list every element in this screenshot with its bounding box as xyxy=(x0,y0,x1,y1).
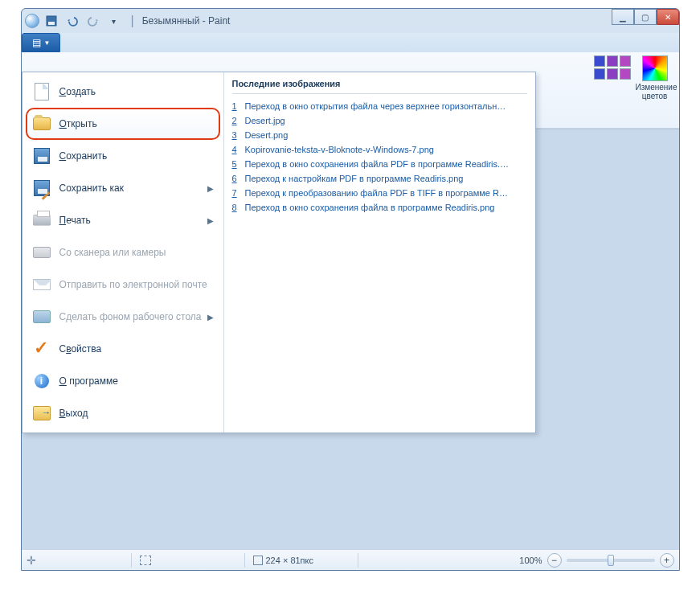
qat-save-button[interactable] xyxy=(43,12,60,30)
recent-item[interactable]: 3Desert.png xyxy=(232,128,527,142)
zoom-slider-thumb[interactable] xyxy=(608,555,614,566)
file-menu-item-label: Сохранить xyxy=(59,150,108,162)
file-menu-saveas[interactable]: Сохранить как▶ xyxy=(26,172,220,204)
recent-item-label: Переход к преобразованию файла PDF в TIF… xyxy=(245,188,510,198)
image-size-cell: 224 × 81пкс xyxy=(253,556,350,565)
folder-icon xyxy=(32,114,51,133)
submenu-arrow-icon: ▶ xyxy=(207,313,214,322)
minimize-button[interactable]: ▁ xyxy=(612,9,634,25)
recent-item-label: Desert.jpg xyxy=(245,116,285,125)
file-menu-save[interactable]: Сохранить xyxy=(26,140,220,172)
cursor-position-cell: ✛ xyxy=(27,554,123,567)
file-menu-item-label: Создать xyxy=(59,86,96,97)
titlebar: ▾ | Безымянный - Paint ▁ ▢ ✕ xyxy=(22,9,679,33)
file-menu-item-label: Свойства xyxy=(59,343,102,355)
ribbon-body: Изменение цветов СоздатьОткрытьСохранить… xyxy=(22,52,679,128)
window-title: Безымянный - Paint xyxy=(142,15,231,27)
recent-item-label: Kopirovanie-teksta-v-Bloknote-v-Windows-… xyxy=(245,145,434,154)
file-menu-item-label: Выход xyxy=(59,408,88,419)
file-menu-about[interactable]: iО программе xyxy=(26,365,220,397)
file-menu-item-label: Отправить по электронной почте xyxy=(59,279,207,290)
file-menu-open[interactable]: Открыть xyxy=(26,108,220,140)
color-swatch[interactable] xyxy=(607,68,618,80)
recent-item[interactable]: 7Переход к преобразованию файла PDF в TI… xyxy=(232,186,527,200)
exit-icon xyxy=(32,404,51,423)
recent-item-number: 6 xyxy=(232,174,240,183)
submenu-arrow-icon: ▶ xyxy=(207,184,214,193)
recent-item-label: Переход в окно открытия файла через верх… xyxy=(245,101,510,111)
recent-item-label: Desert.png xyxy=(245,130,289,140)
file-menu-item-label: Со сканера или камеры xyxy=(59,247,166,258)
qat-undo-button[interactable] xyxy=(63,12,81,30)
recent-item[interactable]: 4Kopirovanie-teksta-v-Bloknote-v-Windows… xyxy=(232,142,527,157)
recent-item-number: 5 xyxy=(232,159,240,169)
zoom-slider[interactable] xyxy=(567,559,655,562)
file-tab[interactable]: ▤▼ xyxy=(22,33,61,52)
file-menu-print[interactable]: Печать▶ xyxy=(26,204,220,236)
dimensions-icon xyxy=(253,556,263,565)
disk-pen-icon xyxy=(32,178,51,198)
chevron-down-icon: ▼ xyxy=(44,39,51,47)
ribbon: ▤▼ ? Изменение цветов СоздатьОткрытьСохр… xyxy=(22,33,679,129)
file-menu-item-label: Печать xyxy=(59,215,91,226)
svg-rect-1 xyxy=(48,22,55,25)
recent-item-number: 3 xyxy=(232,130,240,140)
recent-item-number: 4 xyxy=(232,145,240,154)
recent-item[interactable]: 8Переход в окно сохранения файла в прогр… xyxy=(232,200,527,215)
file-menu-item-label: Открыть xyxy=(59,118,97,129)
recent-item-number: 1 xyxy=(232,101,240,111)
qat-customize-button[interactable]: ▾ xyxy=(105,12,123,30)
file-menu-recent: Последние изображения 1Переход в окно от… xyxy=(223,72,535,433)
color-swatch[interactable] xyxy=(594,68,605,80)
recent-item[interactable]: 1Переход в окно открытия файла через вер… xyxy=(232,99,527,113)
color-swatch[interactable] xyxy=(620,68,631,80)
disk-icon xyxy=(32,146,51,166)
mail-icon xyxy=(32,275,51,294)
recent-item[interactable]: 6Переход к настройкам PDF в программе Re… xyxy=(232,171,527,186)
recent-item[interactable]: 5Переход в окно сохранения файла PDF в п… xyxy=(232,157,527,171)
edit-colors-label: Изменение цветов xyxy=(636,83,674,100)
file-menu-exit[interactable]: Выход xyxy=(26,397,220,429)
selection-size-cell xyxy=(140,556,236,565)
qat-redo-button[interactable] xyxy=(84,12,102,30)
recent-item-number: 7 xyxy=(232,188,240,198)
color-swatch-grid xyxy=(594,55,631,80)
status-bar: ✛ 224 × 81пкс 100% − + xyxy=(22,549,679,570)
scanner-icon xyxy=(32,243,51,262)
color-swatch[interactable] xyxy=(594,55,605,67)
recent-item-label: Переход в окно сохранения файла в програ… xyxy=(245,203,495,212)
file-menu-desktop: Сделать фоном рабочего стола▶ xyxy=(26,301,220,333)
selection-icon xyxy=(140,556,151,565)
app-icon xyxy=(25,14,39,28)
file-menu-item-label: Сделать фоном рабочего стола xyxy=(59,311,202,322)
ribbon-tabstrip: ▤▼ xyxy=(22,33,679,52)
info-icon: i xyxy=(32,371,51,391)
edit-colors-button[interactable]: Изменение цветов xyxy=(636,55,674,100)
file-menu: СоздатьОткрытьСохранитьСохранить как▶Печ… xyxy=(22,72,536,433)
maximize-button[interactable]: ▢ xyxy=(634,9,657,25)
file-tab-icon: ▤ xyxy=(32,37,41,48)
recent-item[interactable]: 2Desert.jpg xyxy=(232,113,527,128)
color-swatch[interactable] xyxy=(620,55,631,67)
desktop-icon xyxy=(32,307,51,326)
check-icon xyxy=(32,339,51,359)
crosshair-icon: ✛ xyxy=(27,554,36,567)
zoom-in-button[interactable]: + xyxy=(660,553,674,568)
file-menu-scanner: Со сканера или камеры xyxy=(26,236,220,269)
file-menu-props[interactable]: Свойства xyxy=(26,333,220,365)
colors-group: Изменение цветов xyxy=(594,52,674,128)
image-dimensions: 224 × 81пкс xyxy=(266,556,314,565)
file-menu-commands: СоздатьОткрытьСохранитьСохранить как▶Печ… xyxy=(23,72,223,433)
file-menu-create[interactable]: Создать xyxy=(26,76,220,108)
rainbow-icon xyxy=(642,55,668,81)
doc-icon xyxy=(32,82,51,101)
recent-item-number: 8 xyxy=(232,203,240,212)
file-menu-item-label: О программе xyxy=(59,375,118,387)
color-swatch[interactable] xyxy=(607,55,618,67)
file-menu-email: Отправить по электронной почте xyxy=(26,269,220,301)
printer-icon xyxy=(32,211,51,230)
title-separator: | xyxy=(131,14,134,28)
recent-item-label: Переход к настройкам PDF в программе Rea… xyxy=(245,174,464,183)
close-button[interactable]: ✕ xyxy=(657,9,679,25)
zoom-out-button[interactable]: − xyxy=(547,553,562,568)
